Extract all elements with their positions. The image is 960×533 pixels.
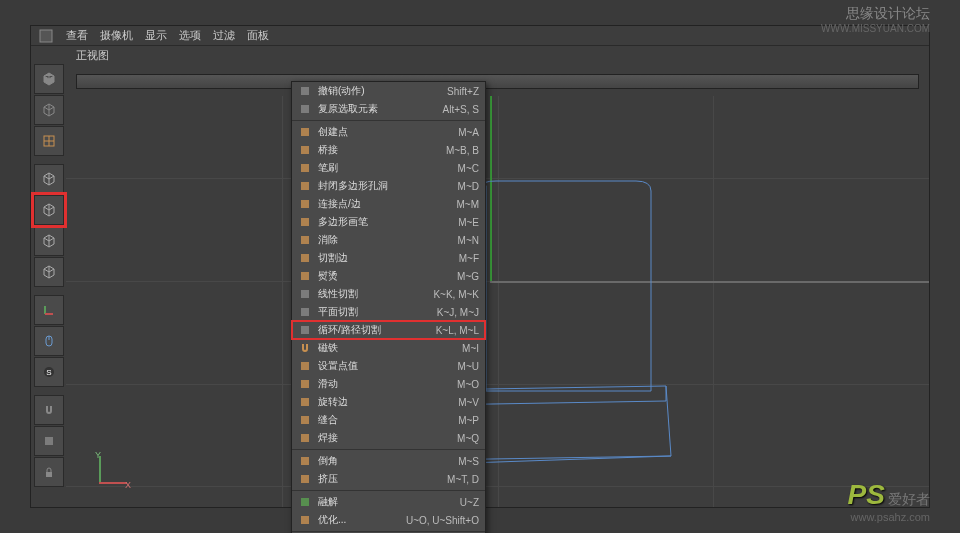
extrude-icon <box>298 472 312 486</box>
reset-icon <box>298 102 312 116</box>
menu-shortcut: U~Z <box>460 497 479 508</box>
tool-snap-icon[interactable]: S <box>34 357 64 387</box>
menu-shortcut: Shift+Z <box>447 86 479 97</box>
tool-magnet-icon[interactable] <box>34 395 64 425</box>
tool-cube-checker-icon[interactable] <box>34 95 64 125</box>
undo-icon <box>298 84 312 98</box>
connect-icon <box>298 197 312 211</box>
menu-filter[interactable]: 过滤 <box>213 28 235 43</box>
menu-item-loop-cut[interactable]: 循环/路径切割K~L, M~L <box>292 321 485 339</box>
line-cut-icon <box>298 287 312 301</box>
snap-icon: S <box>42 365 56 379</box>
workplane-icon <box>42 434 56 448</box>
menu-item-poly-pen[interactable]: 多边形画笔M~E <box>292 213 485 231</box>
bevel-icon <box>298 454 312 468</box>
menu-camera[interactable]: 摄像机 <box>100 28 133 43</box>
tool-grid-icon[interactable] <box>34 126 64 156</box>
menu-shortcut: K~L, M~L <box>436 325 479 336</box>
tool-lock-icon[interactable] <box>34 457 64 487</box>
tool-axis-icon[interactable] <box>34 295 64 325</box>
menu-item-stitch[interactable]: 缝合M~P <box>292 411 485 429</box>
menu-shortcut: M~D <box>458 181 479 192</box>
menu-view[interactable]: 查看 <box>66 28 88 43</box>
svg-rect-31 <box>301 457 309 465</box>
viewport[interactable]: Y X <box>66 66 929 507</box>
menu-item-dissolve2[interactable]: 融解U~Z <box>292 493 485 511</box>
menu-item-close-hole[interactable]: 封闭多边形孔洞M~D <box>292 177 485 195</box>
tool-workplane-icon[interactable] <box>34 426 64 456</box>
menu-item-line-cut[interactable]: 线性切割K~K, M~K <box>292 285 485 303</box>
menu-item-magnet[interactable]: 磁铁M~I <box>292 339 485 357</box>
brush-icon <box>298 161 312 175</box>
menu-item-weld[interactable]: 焊接M~Q <box>292 429 485 447</box>
menu-panel[interactable]: 面板 <box>247 28 269 43</box>
weld-icon <box>298 431 312 445</box>
svg-rect-29 <box>301 416 309 424</box>
menu-item-bridge[interactable]: 桥接M~B, B <box>292 141 485 159</box>
menu-item-brush[interactable]: 笔刷M~C <box>292 159 485 177</box>
menu-item-dissolve[interactable]: 消除M~N <box>292 231 485 249</box>
menu-item-undo[interactable]: 撤销(动作)Shift+Z <box>292 82 485 100</box>
svg-rect-25 <box>301 326 309 334</box>
bevel-icon <box>298 454 312 468</box>
menu-item-point[interactable]: 创建点M~A <box>292 123 485 141</box>
menu-label: 平面切割 <box>318 305 431 319</box>
spin-edge-icon <box>298 395 312 409</box>
tool-cube-solid-icon[interactable] <box>34 64 64 94</box>
watermark-top-text: 思缘设计论坛 <box>846 5 930 23</box>
menu-shortcut: M~F <box>459 253 479 264</box>
poly-pen-icon <box>298 215 312 229</box>
svg-rect-17 <box>301 182 309 190</box>
dissolve2-icon <box>298 495 312 509</box>
menu-item-optimize[interactable]: 优化...U~O, U~Shift+O <box>292 511 485 529</box>
svg-rect-18 <box>301 200 309 208</box>
tool-cube-outline-icon[interactable] <box>34 164 64 194</box>
tool-cube-edge-icon[interactable] <box>34 257 64 287</box>
tool-cube-point-icon[interactable] <box>34 226 64 256</box>
menu-display[interactable]: 显示 <box>145 28 167 43</box>
tool-cube-model-icon[interactable] <box>34 195 64 225</box>
iron-icon <box>298 269 312 283</box>
svg-rect-20 <box>301 236 309 244</box>
menu-item-connect[interactable]: 连接点/边M~M <box>292 195 485 213</box>
svg-rect-30 <box>301 434 309 442</box>
menu-shortcut: K~K, M~K <box>433 289 479 300</box>
menu-label: 消除 <box>318 233 452 247</box>
menu-item-slide[interactable]: 滑动M~O <box>292 375 485 393</box>
menu-divider <box>292 120 485 121</box>
menu-options[interactable]: 选项 <box>179 28 201 43</box>
menu-item-reset[interactable]: 复原选取元素Alt+S, S <box>292 100 485 118</box>
menu-item-extrude[interactable]: 挤压M~T, D <box>292 470 485 488</box>
menu-item-iron[interactable]: 熨烫M~G <box>292 267 485 285</box>
svg-rect-33 <box>301 498 309 506</box>
menu-item-bevel[interactable]: 倒角M~S <box>292 452 485 470</box>
menu-shortcut: M~O <box>457 379 479 390</box>
menu-label: 设置点值 <box>318 359 452 373</box>
svg-rect-24 <box>301 308 309 316</box>
view-label: 正视图 <box>76 48 109 63</box>
menu-item-spin-edge[interactable]: 旋转边M~V <box>292 393 485 411</box>
axis-gizmo: Y X <box>81 452 121 492</box>
menu-item-set-value[interactable]: 设置点值M~U <box>292 357 485 375</box>
context-menu: 撤销(动作)Shift+Z复原选取元素Alt+S, S创建点M~A桥接M~B, … <box>291 81 486 533</box>
app-frame: 查看 摄像机 显示 选项 过滤 面板 正视图 S <box>30 25 930 508</box>
menu-item-plane-cut[interactable]: 平面切割K~J, M~J <box>292 303 485 321</box>
watermark-top-url: WWW.MISSYUAN.COM <box>821 23 930 34</box>
mouse-icon <box>42 334 56 348</box>
menu-item-cut-edge[interactable]: 切割边M~F <box>292 249 485 267</box>
bridge-icon <box>298 143 312 157</box>
reset-icon <box>298 102 312 116</box>
tool-mouse-icon[interactable] <box>34 326 64 356</box>
menu-label: 复原选取元素 <box>318 102 437 116</box>
cut-edge-icon <box>298 251 312 265</box>
viewport-canvas[interactable]: Y X <box>66 96 929 507</box>
dissolve2-icon <box>298 495 312 509</box>
ps-url: www.psahz.com <box>848 511 930 523</box>
menu-shortcut: U~O, U~Shift+O <box>406 515 479 526</box>
svg-rect-12 <box>301 87 309 95</box>
menu-label: 磁铁 <box>318 341 456 355</box>
menu-shortcut: M~E <box>458 217 479 228</box>
menu-divider <box>292 449 485 450</box>
ps-logo: PS <box>848 479 885 510</box>
set-value-icon <box>298 359 312 373</box>
